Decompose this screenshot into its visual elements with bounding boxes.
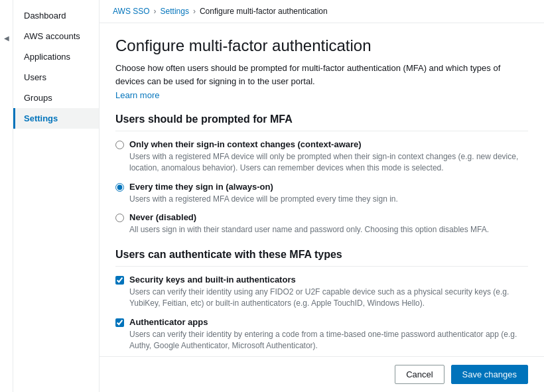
option-content-disabled: Never (disabled) All users sign in with … (129, 212, 528, 235)
sidebar-item-users[interactable]: Users (13, 67, 99, 88)
mfa-prompt-options: Only when their sign-in context changes … (115, 139, 528, 235)
checkbox-option-authenticator-apps: Authenticator apps Users can verify thei… (115, 317, 528, 352)
sidebar-item-settings[interactable]: Settings (13, 108, 99, 129)
option-content-context-aware: Only when their sign-in context changes … (129, 139, 528, 174)
main-area: AWS SSO › Settings › Configure multi-fac… (100, 0, 544, 392)
radio-disabled[interactable] (115, 214, 124, 222)
learn-more-link[interactable]: Learn more (115, 90, 159, 100)
radio-option-always-on: Every time they sign in (always-on) User… (115, 182, 528, 205)
radio-context-aware[interactable] (115, 141, 124, 149)
checkbox-security-keys[interactable] (115, 276, 124, 285)
breadcrumb-settings[interactable]: Settings (161, 7, 189, 16)
radio-label-always-on[interactable]: Every time they sign in (always-on) (129, 182, 273, 192)
checkbox-label-security-keys[interactable]: Security keys and built-in authenticator… (129, 275, 296, 285)
sidebar-item-groups[interactable]: Groups (13, 88, 99, 108)
radio-desc-context-aware: Users with a registered MFA device will … (129, 151, 528, 174)
checkbox-desc-authenticator-apps: Users can verify their identity by enter… (129, 329, 528, 352)
toggle-arrow-icon: ◀ (4, 34, 9, 42)
radio-option-context-aware: Only when their sign-in context changes … (115, 139, 528, 174)
radio-desc-disabled: All users sign in with their standard us… (129, 224, 528, 235)
radio-desc-always-on: Users with a registered MFA device will … (129, 194, 528, 205)
radio-label-disabled[interactable]: Never (disabled) (129, 212, 196, 222)
option-content-authenticator-apps: Authenticator apps Users can verify thei… (129, 317, 528, 352)
sidebar: Dashboard AWS accounts Applications User… (13, 0, 100, 392)
radio-always-on[interactable] (115, 183, 124, 192)
radio-label-context-aware[interactable]: Only when their sign-in context changes … (129, 139, 362, 149)
sidebar-item-aws-accounts[interactable]: AWS accounts (13, 26, 99, 46)
checkbox-authenticator-apps[interactable] (115, 318, 124, 327)
breadcrumb-sep-1: › (154, 7, 157, 16)
save-changes-button[interactable]: Save changes (451, 365, 528, 384)
cancel-button[interactable]: Cancel (395, 365, 444, 384)
sidebar-toggle[interactable]: ◀ (0, 0, 13, 392)
option-content-security-keys: Security keys and built-in authenticator… (129, 275, 528, 309)
sidebar-item-dashboard[interactable]: Dashboard (13, 5, 99, 26)
breadcrumb: AWS SSO › Settings › Configure multi-fac… (100, 0, 544, 23)
checkbox-option-security-keys: Security keys and built-in authenticator… (115, 275, 528, 309)
breadcrumb-aws-sso[interactable]: AWS SSO (113, 7, 150, 16)
radio-option-disabled: Never (disabled) All users sign in with … (115, 212, 528, 235)
mfa-types-options: Security keys and built-in authenticator… (115, 275, 528, 351)
section-mfa-types-title: Users can authenticate with these MFA ty… (115, 249, 528, 267)
page-description: Choose how often users should be prompte… (115, 62, 528, 88)
checkbox-label-authenticator-apps[interactable]: Authenticator apps (129, 317, 208, 327)
page-title: Configure multi-factor authentication (115, 36, 528, 55)
section-mfa-prompt-title: Users should be prompted for MFA (115, 113, 528, 131)
content-area: Configure multi-factor authentication Ch… (100, 23, 544, 356)
breadcrumb-sep-2: › (193, 7, 196, 16)
breadcrumb-current: Configure multi-factor authentication (200, 7, 328, 16)
sidebar-nav: Dashboard AWS accounts Applications User… (13, 0, 99, 129)
option-content-always-on: Every time they sign in (always-on) User… (129, 182, 528, 205)
checkbox-desc-security-keys: Users can verify their identity using an… (129, 287, 528, 309)
sidebar-item-applications[interactable]: Applications (13, 46, 99, 67)
footer: Cancel Save changes (100, 356, 544, 392)
